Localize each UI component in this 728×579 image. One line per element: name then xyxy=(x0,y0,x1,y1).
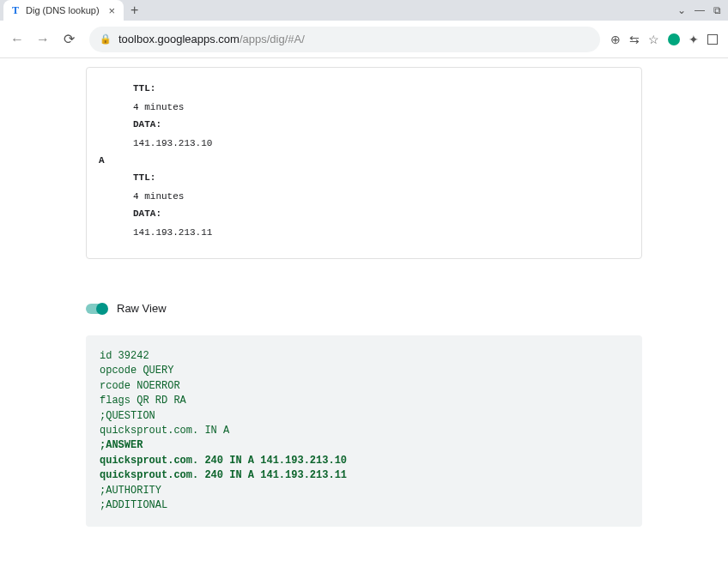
back-button[interactable]: ← xyxy=(7,29,27,50)
share-icon[interactable]: ⇆ xyxy=(629,33,640,46)
dns-record: TTL: 4 minutes DATA: 141.193.213.10 xyxy=(99,83,629,148)
ttl-value: 4 minutes xyxy=(133,191,629,202)
toolbar-actions: ⊕ ⇆ ☆ ✦ xyxy=(610,33,721,46)
tab-title: Dig (DNS lookup) xyxy=(26,5,103,15)
record-type: A xyxy=(99,155,629,166)
ttl-label: TTL: xyxy=(133,172,629,183)
raw-view-header: Raw View xyxy=(86,302,642,315)
close-icon[interactable]: × xyxy=(108,4,115,17)
forward-button[interactable]: → xyxy=(33,29,53,50)
new-tab-button[interactable]: + xyxy=(130,3,138,18)
data-label: DATA: xyxy=(133,119,629,130)
raw-line: ;ADDITIONAL xyxy=(100,498,628,513)
toggle-thumb xyxy=(96,303,108,315)
browser-toolbar: ← → ⟳ 🔒 toolbox.googleapps.com/apps/dig/… xyxy=(0,21,728,58)
data-label: DATA: xyxy=(133,208,629,219)
raw-line: quicksprout.com. 240 IN A 141.193.213.11 xyxy=(100,468,628,483)
browser-tab-strip: T Dig (DNS lookup) × + ⌄ — ⧉ xyxy=(0,0,728,21)
window-controls: ⌄ — ⧉ xyxy=(677,4,728,16)
raw-line: flags QR RD RA xyxy=(100,394,628,408)
lock-icon: 🔒 xyxy=(100,33,112,45)
account-icon[interactable] xyxy=(707,34,718,45)
ttl-value: 4 minutes xyxy=(133,102,629,112)
raw-line: quicksprout.com. 240 IN A 141.193.213.10 xyxy=(100,454,628,468)
maximize-icon[interactable]: ⧉ xyxy=(713,4,721,16)
page-content: TTL: 4 minutes DATA: 141.193.213.10 A TT… xyxy=(0,67,728,527)
url-text: toolbox.googleapps.com/apps/dig/#A/ xyxy=(118,33,305,45)
chevron-down-icon[interactable]: ⌄ xyxy=(677,4,686,16)
tab-favicon: T xyxy=(10,5,21,15)
data-value: 141.193.213.11 xyxy=(133,227,629,238)
browser-tab[interactable]: T Dig (DNS lookup) × xyxy=(3,0,124,21)
extension-icon[interactable] xyxy=(668,33,680,45)
raw-line: ;QUESTION xyxy=(100,409,628,424)
reload-button[interactable]: ⟳ xyxy=(58,29,79,50)
raw-view-toggle[interactable] xyxy=(86,304,106,314)
data-value: 141.193.213.10 xyxy=(133,138,629,148)
zoom-icon[interactable]: ⊕ xyxy=(610,33,621,46)
raw-line: ;ANSWER xyxy=(100,438,628,453)
ttl-label: TTL: xyxy=(133,83,629,93)
raw-line: quicksprout.com. IN A xyxy=(100,424,628,438)
raw-output: id 39242opcode QUERYrcode NOERRORflags Q… xyxy=(86,335,642,527)
raw-line: opcode QUERY xyxy=(100,364,628,378)
raw-line: id 39242 xyxy=(100,349,628,364)
address-bar[interactable]: 🔒 toolbox.googleapps.com/apps/dig/#A/ xyxy=(89,27,600,52)
dns-record: A TTL: 4 minutes DATA: 141.193.213.11 xyxy=(99,155,629,238)
raw-line: rcode NOERROR xyxy=(100,379,628,394)
dns-records-card: TTL: 4 minutes DATA: 141.193.213.10 A TT… xyxy=(86,67,642,259)
minimize-icon[interactable]: — xyxy=(695,4,705,16)
extensions-button[interactable]: ✦ xyxy=(689,33,699,46)
raw-view-section: Raw View id 39242opcode QUERYrcode NOERR… xyxy=(86,302,642,527)
raw-view-label: Raw View xyxy=(117,302,167,315)
bookmark-icon[interactable]: ☆ xyxy=(648,33,659,46)
raw-line: ;AUTHORITY xyxy=(100,484,628,498)
